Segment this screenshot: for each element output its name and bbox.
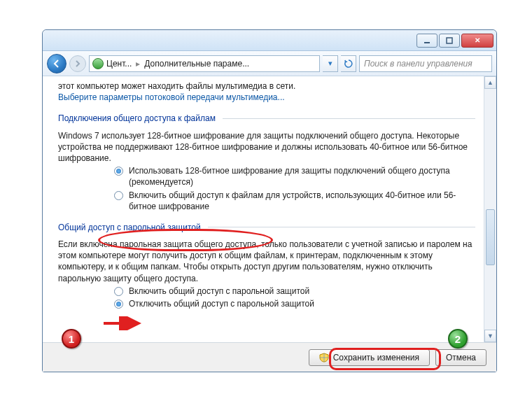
nav-forward-button[interactable] xyxy=(69,55,86,72)
control-panel-window: ✕ Цент... ▸ Дополнительные параме... ▾ П… xyxy=(42,29,497,372)
radio-40bit[interactable] xyxy=(114,191,123,200)
control-panel-icon xyxy=(92,58,104,69)
refresh-button[interactable] xyxy=(341,55,356,72)
svg-rect-0 xyxy=(424,42,430,43)
scroll-up-button[interactable]: ▲ xyxy=(484,76,496,89)
radio-password-off[interactable] xyxy=(114,300,123,309)
search-input[interactable]: Поиск в панели управления xyxy=(359,55,492,72)
address-dropdown-button[interactable]: ▾ xyxy=(323,55,338,72)
section-rule xyxy=(208,227,475,227)
section-title-password: Общий доступ с парольной защитой xyxy=(58,222,201,233)
media-streaming-link[interactable]: Выберите параметры потоковой передачи му… xyxy=(58,92,285,102)
section-rule xyxy=(223,118,475,119)
radio-password-on-label: Включить общий доступ с парольной защито… xyxy=(129,286,309,297)
cancel-button-label: Отмена xyxy=(446,353,476,363)
titlebar: ✕ xyxy=(43,30,496,51)
password-description: Если включена парольная защита общего до… xyxy=(58,239,475,284)
scroll-area: этот компьютер может находить файлы муль… xyxy=(43,76,484,342)
nav-back-button[interactable] xyxy=(47,54,66,73)
close-button[interactable]: ✕ xyxy=(461,34,493,48)
content-pane: этот компьютер может находить файлы муль… xyxy=(43,76,496,342)
search-placeholder: Поиск в панели управления xyxy=(364,59,472,69)
breadcrumb-part[interactable]: Цент... xyxy=(106,59,132,69)
uac-shield-icon xyxy=(319,353,329,363)
footer: Сохранить изменения Отмена xyxy=(43,342,496,372)
radio-password-off-label: Отключить общий доступ с парольной защит… xyxy=(129,298,314,309)
radio-40bit-label: Включить общий доступ к файлам для устро… xyxy=(129,190,475,212)
svg-rect-1 xyxy=(447,38,452,43)
breadcrumb-separator: ▸ xyxy=(134,59,141,69)
radio-password-on[interactable] xyxy=(114,287,123,296)
breadcrumb-part[interactable]: Дополнительные параме... xyxy=(144,59,249,69)
save-button[interactable]: Сохранить изменения xyxy=(309,349,430,366)
cancel-button[interactable]: Отмена xyxy=(435,349,486,366)
body-text: этот компьютер может находить файлы муль… xyxy=(58,80,475,92)
radio-128bit-label: Использовать 128-битное шифрование для з… xyxy=(129,165,475,188)
address-bar[interactable]: Цент... ▸ Дополнительные параме... xyxy=(89,55,320,72)
scroll-thumb[interactable] xyxy=(486,209,495,265)
minimize-button[interactable] xyxy=(416,34,438,48)
maximize-button[interactable] xyxy=(439,34,460,48)
file-conn-description: Windows 7 использует 128-битное шифрован… xyxy=(58,130,475,164)
radio-128bit[interactable] xyxy=(114,167,123,176)
save-button-label: Сохранить изменения xyxy=(333,353,419,363)
navbar: Цент... ▸ Дополнительные параме... ▾ Пои… xyxy=(43,51,496,76)
section-title-file-connections: Подключения общего доступа к файлам xyxy=(58,113,216,124)
vertical-scrollbar[interactable]: ▲ ▼ xyxy=(484,76,496,342)
scroll-down-button[interactable]: ▼ xyxy=(484,330,496,342)
